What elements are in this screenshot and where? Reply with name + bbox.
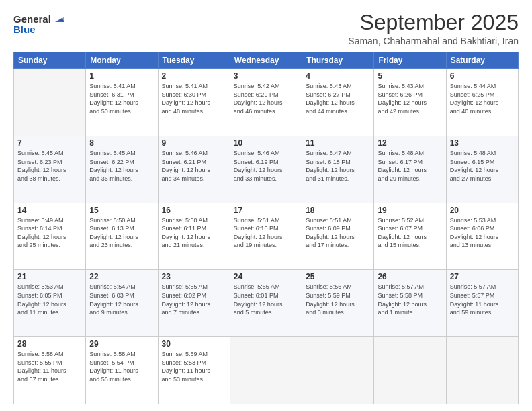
table-row: 20Sunrise: 5:53 AMSunset: 6:06 PMDayligh… (446, 203, 518, 270)
day-info: Sunrise: 5:57 AMSunset: 5:57 PMDaylight:… (450, 283, 515, 316)
day-number: 12 (378, 138, 442, 148)
day-info: Sunrise: 5:52 AMSunset: 6:07 PMDaylight:… (378, 216, 442, 250)
day-info: Sunrise: 5:58 AMSunset: 5:55 PMDaylight:… (17, 350, 82, 383)
day-number: 30 (162, 339, 226, 349)
col-wednesday: Wednesday (230, 52, 302, 69)
title-block: September 2025 Saman, Chaharmahal and Ba… (348, 11, 519, 46)
calendar-week-1: 1Sunrise: 5:41 AMSunset: 6:31 PMDaylight… (14, 69, 519, 136)
logo-blue: Blue (13, 24, 36, 35)
day-number: 3 (234, 71, 298, 81)
table-row: 3Sunrise: 5:42 AMSunset: 6:29 PMDaylight… (230, 69, 302, 136)
calendar-week-4: 21Sunrise: 5:53 AMSunset: 6:05 PMDayligh… (14, 270, 519, 337)
day-number: 7 (17, 138, 82, 148)
table-row: 13Sunrise: 5:48 AMSunset: 6:15 PMDayligh… (446, 136, 518, 203)
calendar-week-2: 7Sunrise: 5:45 AMSunset: 6:23 PMDaylight… (14, 136, 519, 203)
day-info: Sunrise: 5:59 AMSunset: 5:53 PMDaylight:… (162, 350, 226, 383)
day-info: Sunrise: 5:41 AMSunset: 6:31 PMDaylight:… (89, 82, 154, 116)
day-number: 8 (89, 138, 154, 148)
logo: General Blue (13, 13, 64, 35)
day-number: 28 (17, 339, 82, 349)
day-info: Sunrise: 5:54 AMSunset: 6:03 PMDaylight:… (89, 283, 154, 316)
day-number: 29 (89, 339, 154, 349)
day-number: 5 (378, 71, 442, 81)
table-row: 24Sunrise: 5:55 AMSunset: 6:01 PMDayligh… (230, 270, 302, 337)
day-info: Sunrise: 5:44 AMSunset: 6:25 PMDaylight:… (450, 82, 515, 116)
table-row: 2Sunrise: 5:41 AMSunset: 6:30 PMDaylight… (158, 69, 230, 136)
table-row: 5Sunrise: 5:43 AMSunset: 6:26 PMDaylight… (374, 69, 446, 136)
table-row (14, 69, 86, 136)
table-row: 30Sunrise: 5:59 AMSunset: 5:53 PMDayligh… (158, 337, 230, 404)
day-number: 21 (17, 272, 82, 281)
day-info: Sunrise: 5:53 AMSunset: 6:06 PMDaylight:… (450, 216, 515, 250)
table-row: 25Sunrise: 5:56 AMSunset: 5:59 PMDayligh… (302, 270, 374, 337)
day-info: Sunrise: 5:51 AMSunset: 6:10 PMDaylight:… (234, 216, 298, 250)
day-info: Sunrise: 5:56 AMSunset: 5:59 PMDaylight:… (306, 283, 370, 316)
day-info: Sunrise: 5:57 AMSunset: 5:58 PMDaylight:… (378, 283, 442, 316)
day-number: 4 (306, 71, 370, 81)
day-info: Sunrise: 5:46 AMSunset: 6:19 PMDaylight:… (234, 149, 298, 183)
day-number: 16 (162, 205, 226, 215)
calendar-week-5: 28Sunrise: 5:58 AMSunset: 5:55 PMDayligh… (14, 337, 519, 404)
table-row: 7Sunrise: 5:45 AMSunset: 6:23 PMDaylight… (14, 136, 86, 203)
day-info: Sunrise: 5:55 AMSunset: 6:02 PMDaylight:… (162, 283, 226, 316)
col-friday: Friday (374, 52, 446, 69)
table-row: 12Sunrise: 5:48 AMSunset: 6:17 PMDayligh… (374, 136, 446, 203)
day-number: 23 (162, 272, 226, 281)
day-info: Sunrise: 5:47 AMSunset: 6:18 PMDaylight:… (306, 149, 370, 183)
day-info: Sunrise: 5:48 AMSunset: 6:17 PMDaylight:… (378, 149, 442, 183)
page: General Blue September 2025 Saman, Chaha… (0, 0, 532, 411)
day-number: 18 (306, 205, 370, 215)
header-row: Sunday Monday Tuesday Wednesday Thursday… (14, 52, 519, 69)
table-row (446, 337, 518, 404)
table-row: 1Sunrise: 5:41 AMSunset: 6:31 PMDaylight… (86, 69, 158, 136)
table-row: 19Sunrise: 5:52 AMSunset: 6:07 PMDayligh… (374, 203, 446, 270)
day-info: Sunrise: 5:43 AMSunset: 6:26 PMDaylight:… (378, 82, 442, 116)
day-number: 26 (378, 272, 442, 281)
day-number: 6 (450, 71, 515, 81)
day-number: 2 (162, 71, 226, 81)
table-row: 8Sunrise: 5:45 AMSunset: 6:22 PMDaylight… (86, 136, 158, 203)
logo-icon (52, 13, 64, 25)
table-row: 6Sunrise: 5:44 AMSunset: 6:25 PMDaylight… (446, 69, 518, 136)
col-saturday: Saturday (446, 52, 518, 69)
table-row (230, 337, 302, 404)
day-number: 1 (89, 71, 154, 81)
col-thursday: Thursday (302, 52, 374, 69)
day-number: 19 (378, 205, 442, 215)
table-row: 14Sunrise: 5:49 AMSunset: 6:14 PMDayligh… (14, 203, 86, 270)
table-row: 11Sunrise: 5:47 AMSunset: 6:18 PMDayligh… (302, 136, 374, 203)
day-info: Sunrise: 5:45 AMSunset: 6:22 PMDaylight:… (89, 149, 154, 183)
day-info: Sunrise: 5:48 AMSunset: 6:15 PMDaylight:… (450, 149, 515, 183)
day-info: Sunrise: 5:45 AMSunset: 6:23 PMDaylight:… (17, 149, 82, 183)
day-number: 11 (306, 138, 370, 148)
day-number: 14 (17, 205, 82, 215)
day-number: 20 (450, 205, 515, 215)
table-row: 10Sunrise: 5:46 AMSunset: 6:19 PMDayligh… (230, 136, 302, 203)
table-row: 9Sunrise: 5:46 AMSunset: 6:21 PMDaylight… (158, 136, 230, 203)
day-number: 27 (450, 272, 515, 281)
day-number: 13 (450, 138, 515, 148)
calendar-title: September 2025 (348, 11, 519, 34)
day-number: 17 (234, 205, 298, 215)
day-number: 22 (89, 272, 154, 281)
col-monday: Monday (86, 52, 158, 69)
table-row: 27Sunrise: 5:57 AMSunset: 5:57 PMDayligh… (446, 270, 518, 337)
table-row: 29Sunrise: 5:58 AMSunset: 5:54 PMDayligh… (86, 337, 158, 404)
table-row: 22Sunrise: 5:54 AMSunset: 6:03 PMDayligh… (86, 270, 158, 337)
table-row: 16Sunrise: 5:50 AMSunset: 6:11 PMDayligh… (158, 203, 230, 270)
day-info: Sunrise: 5:50 AMSunset: 6:11 PMDaylight:… (162, 216, 226, 250)
col-tuesday: Tuesday (158, 52, 230, 69)
day-info: Sunrise: 5:51 AMSunset: 6:09 PMDaylight:… (306, 216, 370, 250)
calendar-week-3: 14Sunrise: 5:49 AMSunset: 6:14 PMDayligh… (14, 203, 519, 270)
table-row: 15Sunrise: 5:50 AMSunset: 6:13 PMDayligh… (86, 203, 158, 270)
header: General Blue September 2025 Saman, Chaha… (13, 11, 519, 46)
table-row: 23Sunrise: 5:55 AMSunset: 6:02 PMDayligh… (158, 270, 230, 337)
day-info: Sunrise: 5:58 AMSunset: 5:54 PMDaylight:… (89, 350, 154, 383)
day-info: Sunrise: 5:53 AMSunset: 6:05 PMDaylight:… (17, 283, 82, 316)
day-info: Sunrise: 5:43 AMSunset: 6:27 PMDaylight:… (306, 82, 370, 116)
table-row (374, 337, 446, 404)
table-row: 26Sunrise: 5:57 AMSunset: 5:58 PMDayligh… (374, 270, 446, 337)
day-info: Sunrise: 5:46 AMSunset: 6:21 PMDaylight:… (162, 149, 226, 183)
table-row (302, 337, 374, 404)
day-number: 25 (306, 272, 370, 281)
